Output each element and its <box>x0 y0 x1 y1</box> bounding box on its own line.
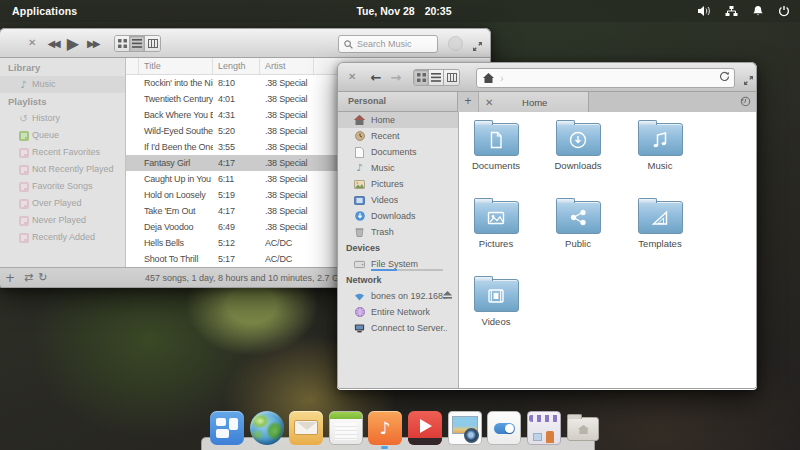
play-button[interactable]: ▶ <box>67 34 79 53</box>
files-maximize-icon[interactable] <box>743 72 754 90</box>
dock-system-settings-icon[interactable] <box>487 411 521 445</box>
music-maximize-icon[interactable] <box>472 38 483 56</box>
music-sidebar-item-history[interactable]: ↺History <box>0 110 125 127</box>
dock-photos-icon[interactable] <box>448 411 482 445</box>
column-header-artist[interactable]: Artist <box>260 58 314 74</box>
song-artist: .38 Special <box>260 219 314 235</box>
drive-icon <box>354 259 365 270</box>
song-title: If I'd Been the One <box>139 139 213 155</box>
dock-calendar-icon[interactable] <box>329 411 363 445</box>
song-artist: .38 Special <box>260 203 314 219</box>
eject-icon[interactable] <box>443 288 452 304</box>
trash-icon <box>354 227 365 238</box>
dock-applications-icon[interactable] <box>210 411 244 445</box>
files-sidebar-item-pictures[interactable]: Pictures <box>338 176 458 192</box>
eq-icon[interactable] <box>448 36 463 51</box>
music-sidebar-item-recent-favorites[interactable]: Recent Favorites <box>0 144 125 161</box>
song-title: Caught Up in You <box>139 171 213 187</box>
files-sidebar-item-home[interactable]: Home <box>338 112 458 128</box>
dock-files-icon[interactable] <box>566 411 600 445</box>
smart-playlist-icon <box>18 181 29 192</box>
song-artist: .38 Special <box>260 91 314 107</box>
column-header-title[interactable]: Title <box>139 58 213 74</box>
files-close-button[interactable]: ✕ <box>348 72 356 82</box>
folder-label: Videos <box>455 316 537 327</box>
song-artist: .38 Special <box>260 75 314 91</box>
music-close-button[interactable]: ✕ <box>28 38 36 48</box>
dock-appcenter-icon[interactable] <box>527 411 561 445</box>
column-view-icon[interactable] <box>145 36 160 51</box>
files-sidebar-item-entire-network[interactable]: Entire Network <box>338 304 458 320</box>
files-sidebar-item-videos[interactable]: Videos <box>338 192 458 208</box>
notifications-icon[interactable] <box>752 5 764 17</box>
grid-view-icon[interactable] <box>414 70 429 85</box>
list-view-icon[interactable] <box>429 70 444 85</box>
folder-icon <box>556 123 601 156</box>
tab-history-icon[interactable] <box>740 92 751 113</box>
files-sidebar-item-connect-to-server-[interactable]: Connect to Server... <box>338 320 458 336</box>
home-icon <box>354 115 365 126</box>
refresh-icon[interactable] <box>719 71 730 85</box>
dock-videos-icon[interactable] <box>408 411 442 445</box>
folder-label: Pictures <box>455 238 537 249</box>
files-sidebar-item-bones-on-192-168-1-[interactable]: bones on 192.168.1... <box>338 288 458 304</box>
folder-label: Music <box>619 160 701 171</box>
song-title: Wild-Eyed Southern Boys <box>139 123 213 139</box>
volume-icon[interactable] <box>698 5 711 17</box>
folder-icon <box>474 201 519 234</box>
path-bar[interactable]: › <box>476 68 735 88</box>
breadcrumb-home-icon[interactable] <box>477 69 499 87</box>
files-sidebar-header-devices: Devices <box>338 240 458 256</box>
tab-home[interactable]: ✕Home <box>479 92 589 112</box>
folder-videos[interactable]: Videos <box>455 279 537 327</box>
download-icon <box>354 211 365 222</box>
files-sidebar-header-network: Network <box>338 272 458 288</box>
files-sidebar-item-documents[interactable]: Documents <box>338 144 458 160</box>
smart-playlist-icon <box>18 147 29 158</box>
folder-pictures[interactable]: Pictures <box>455 201 537 249</box>
tab-close-icon[interactable]: ✕ <box>485 97 493 108</box>
dock-music-icon[interactable]: ♪ <box>368 411 402 445</box>
song-length: 5:17 <box>213 251 260 267</box>
panel-clock[interactable]: Tue, Nov 2820:35 <box>8 5 800 17</box>
folder-downloads[interactable]: Downloads <box>537 123 619 171</box>
dock-web-browser-icon[interactable] <box>250 411 284 445</box>
previous-button[interactable]: ◀◀ <box>47 38 58 49</box>
files-toolbar: ✕ ← → › <box>337 62 757 92</box>
column-view-icon[interactable] <box>444 70 459 85</box>
network-icon[interactable] <box>725 5 738 17</box>
files-sidebar-item-music[interactable]: ♪Music <box>338 160 458 176</box>
music-sidebar-item-not-recently-played[interactable]: Not Recently Played <box>0 161 125 178</box>
music-sidebar-item-queue[interactable]: Queue <box>0 127 125 144</box>
new-tab-button[interactable]: + <box>458 92 479 112</box>
music-sidebar-item-recently-added[interactable]: Recently Added <box>0 229 125 246</box>
folder-documents[interactable]: Documents <box>455 123 537 171</box>
music-sidebar-item-never-played[interactable]: Never Played <box>0 212 125 229</box>
next-button[interactable]: ▶▶ <box>87 38 98 49</box>
forward-button[interactable]: → <box>390 70 401 85</box>
sidebar-header-personal: Personal <box>338 92 458 112</box>
column-header-length[interactable]: Length <box>213 58 260 74</box>
files-sidebar-item-trash[interactable]: Trash <box>338 224 458 240</box>
files-sidebar-item-downloads[interactable]: Downloads <box>338 208 458 224</box>
folder-music[interactable]: Music <box>619 123 701 171</box>
song-length: 5:12 <box>213 235 260 251</box>
music-sidebar-item-favorite-songs[interactable]: Favorite Songs <box>0 178 125 195</box>
search-input[interactable]: Search Music <box>338 35 438 53</box>
song-title: Take 'Em Out <box>139 203 213 219</box>
folder-templates[interactable]: Templates <box>619 201 701 249</box>
power-icon[interactable] <box>778 5 790 17</box>
files-sidebar-item-file-system[interactable]: File System <box>338 256 458 272</box>
song-artist: .38 Special <box>260 171 314 187</box>
music-sidebar-item-music[interactable]: ♪Music <box>0 76 125 93</box>
doc-page-icon <box>475 124 518 155</box>
song-length: 4:17 <box>213 203 260 219</box>
back-button[interactable]: ← <box>370 70 381 85</box>
music-sidebar-item-over-played[interactable]: Over Played <box>0 195 125 212</box>
dock-mail-icon[interactable] <box>289 411 323 445</box>
list-view-icon[interactable] <box>130 36 145 51</box>
files-sidebar-item-recent[interactable]: Recent <box>338 128 458 144</box>
folder-public[interactable]: Public <box>537 201 619 249</box>
recent-icon <box>354 131 365 142</box>
grid-view-icon[interactable] <box>115 36 130 51</box>
